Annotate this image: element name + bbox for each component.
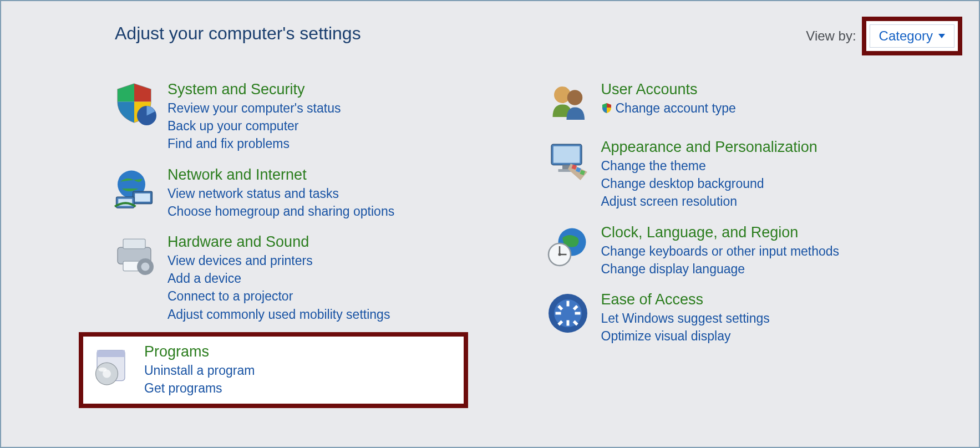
left-column: System and Security Review your computer… bbox=[112, 73, 524, 408]
category-link[interactable]: Change keyboards or other input methods bbox=[601, 242, 840, 260]
category-title[interactable]: Programs bbox=[144, 343, 255, 360]
category-link[interactable]: Change the theme bbox=[601, 157, 817, 175]
category-link[interactable]: View devices and printers bbox=[167, 252, 390, 269]
shield-security-icon bbox=[112, 81, 156, 125]
svg-point-17 bbox=[567, 90, 582, 105]
svg-rect-19 bbox=[553, 146, 580, 163]
category-link[interactable]: Review your computer's status bbox=[167, 99, 341, 117]
view-by-label: View by: bbox=[806, 28, 856, 44]
svg-point-29 bbox=[558, 253, 561, 256]
monitor-personalization-icon bbox=[546, 139, 590, 183]
category-programs: Programs Uninstall a program Get program… bbox=[89, 340, 458, 400]
svg-point-15 bbox=[99, 367, 107, 371]
programs-highlight: Programs Uninstall a program Get program… bbox=[79, 332, 468, 408]
category-link[interactable]: Uninstall a program bbox=[144, 362, 255, 379]
category-title[interactable]: Ease of Access bbox=[601, 291, 770, 308]
category-title[interactable]: Appearance and Personalization bbox=[601, 139, 817, 156]
uac-shield-icon bbox=[601, 103, 612, 114]
right-column: User Accounts Change account type bbox=[546, 73, 957, 408]
category-link-text: Change account type bbox=[616, 99, 736, 117]
ease-of-access-icon bbox=[546, 291, 590, 335]
category-link[interactable]: Connect to a projector bbox=[167, 287, 390, 305]
category-title[interactable]: User Accounts bbox=[601, 81, 736, 98]
category-link[interactable]: Back up your computer bbox=[167, 117, 341, 135]
svg-rect-12 bbox=[97, 350, 125, 357]
category-link[interactable]: Optimize visual display bbox=[601, 327, 770, 345]
category-link[interactable]: Add a device bbox=[167, 269, 390, 287]
view-by-value: Category bbox=[879, 28, 933, 44]
svg-point-10 bbox=[141, 262, 150, 271]
category-link[interactable]: Change display language bbox=[601, 260, 840, 278]
printer-hardware-icon bbox=[112, 233, 156, 278]
category-title[interactable]: Hardware and Sound bbox=[167, 233, 390, 251]
category-link[interactable]: View network status and tasks bbox=[167, 185, 394, 202]
category-system-and-security: System and Security Review your computer… bbox=[112, 73, 524, 159]
svg-rect-3 bbox=[135, 193, 150, 201]
user-accounts-icon bbox=[546, 81, 590, 125]
category-link[interactable]: Get programs bbox=[144, 379, 255, 397]
category-title[interactable]: System and Security bbox=[167, 81, 341, 98]
category-link[interactable]: Find and fix problems bbox=[167, 135, 341, 152]
view-by-highlight: Category bbox=[862, 17, 962, 55]
category-user-accounts: User Accounts Change account type bbox=[546, 73, 957, 131]
category-ease-of-access: Ease of Access Let Windows suggest setti… bbox=[546, 283, 957, 350]
page-title: Adjust your computer's settings bbox=[115, 23, 361, 44]
category-link[interactable]: Adjust commonly used mobility settings bbox=[167, 306, 390, 323]
view-by-container: View by: Category bbox=[806, 17, 962, 55]
category-clock-language-region: Clock, Language, and Region Change keybo… bbox=[546, 216, 957, 283]
category-link[interactable]: Change account type bbox=[601, 99, 736, 117]
category-link[interactable]: Choose homegroup and sharing options bbox=[167, 202, 394, 220]
svg-rect-7 bbox=[123, 239, 145, 249]
category-title[interactable]: Network and Internet bbox=[167, 166, 394, 184]
categories-grid: System and Security Review your computer… bbox=[112, 73, 957, 408]
category-link[interactable]: Let Windows suggest settings bbox=[601, 309, 770, 327]
category-link[interactable]: Adjust screen resolution bbox=[601, 192, 817, 210]
programs-box-icon bbox=[89, 343, 133, 388]
category-appearance-and-personalization: Appearance and Personalization Change th… bbox=[546, 131, 957, 216]
chevron-down-icon bbox=[938, 34, 945, 38]
category-network-and-internet: Network and Internet View network status… bbox=[112, 159, 524, 226]
view-by-dropdown[interactable]: Category bbox=[870, 24, 954, 48]
globe-network-icon bbox=[112, 166, 156, 211]
category-title[interactable]: Clock, Language, and Region bbox=[601, 224, 840, 241]
clock-globe-icon bbox=[546, 224, 590, 268]
category-link[interactable]: Change desktop background bbox=[601, 175, 817, 192]
category-hardware-and-sound: Hardware and Sound View devices and prin… bbox=[112, 226, 524, 329]
